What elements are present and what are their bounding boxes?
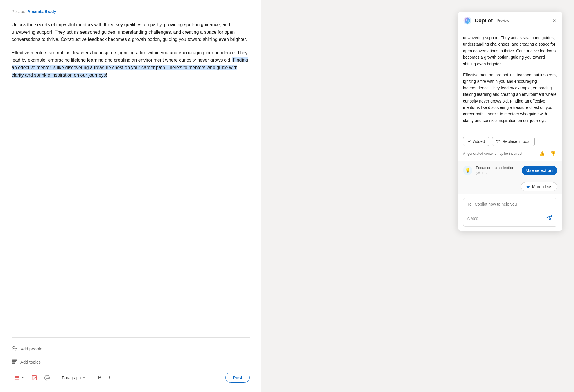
replace-icon <box>496 139 501 143</box>
add-people-row[interactable]: Add people <box>12 342 250 355</box>
sparkle-icon <box>526 184 530 189</box>
focus-shortcut: (⌘ + \). <box>476 171 487 175</box>
svg-rect-7 <box>15 377 19 378</box>
post-paragraph-2-normal: Effective mentors are not just teachers … <box>12 50 247 63</box>
list-icon-btn[interactable] <box>12 373 27 382</box>
copilot-panel: Copilot Preview × unwavering support. Th… <box>458 12 562 231</box>
svg-point-0 <box>13 347 15 349</box>
lightbulb-icon: 💡 <box>463 166 472 175</box>
image-icon <box>31 375 37 381</box>
replace-in-post-button[interactable]: Replace in post <box>492 137 535 146</box>
copilot-header: Copilot Preview × <box>458 12 562 30</box>
svg-point-13 <box>466 19 467 21</box>
svg-rect-4 <box>12 361 16 362</box>
copilot-input-wrapper[interactable]: 0/2000 <box>463 198 557 227</box>
copilot-input[interactable] <box>467 202 553 211</box>
post-paragraph-1[interactable]: Unlock the secrets of impactful mentors … <box>12 21 250 43</box>
svg-point-11 <box>46 377 48 379</box>
copilot-close-button[interactable]: × <box>551 17 557 25</box>
paragraph-chevron-icon <box>82 376 86 380</box>
use-selection-button[interactable]: Use selection <box>522 166 557 175</box>
more-ideas-row: More ideas <box>458 180 562 194</box>
feedback-row: AI-generated content may be incorrect 👍 … <box>458 150 562 161</box>
bold-btn[interactable]: B <box>96 373 104 382</box>
focus-section: 💡 Focus on this selection (⌘ + \). Use s… <box>458 161 562 180</box>
italic-btn[interactable]: I <box>106 373 112 382</box>
copilot-content-p2: Effective mentors are not just teachers … <box>463 72 557 124</box>
copilot-logo-icon <box>463 16 472 25</box>
add-topics-row[interactable]: Add topics <box>12 355 250 368</box>
svg-point-10 <box>33 376 34 377</box>
replace-in-post-label: Replace in post <box>502 139 530 144</box>
copilot-actions-row: Added Replace in post <box>458 133 562 150</box>
thumbs-down-button[interactable]: 👎 <box>549 150 557 157</box>
svg-point-14 <box>468 20 469 22</box>
copilot-input-section: 0/2000 <box>458 194 562 231</box>
svg-rect-8 <box>15 379 19 379</box>
toolbar: Paragraph B I ... Post <box>12 368 250 383</box>
added-label: Added <box>473 139 485 144</box>
mention-icon-btn[interactable] <box>42 373 52 382</box>
paragraph-label: Paragraph <box>62 375 81 380</box>
post-content[interactable]: Unlock the secrets of impactful mentors … <box>12 21 250 333</box>
toolbar-separator-2 <box>92 374 92 381</box>
char-count: 0/2000 <box>467 217 478 221</box>
send-icon <box>546 215 552 221</box>
more-options-btn[interactable]: ... <box>114 373 123 382</box>
paragraph-dropdown-btn[interactable]: Paragraph <box>60 374 88 382</box>
svg-rect-6 <box>15 376 19 377</box>
focus-text: Focus on this selection (⌘ + \). <box>476 165 518 176</box>
copilot-content: unwavering support. They act as seasoned… <box>458 30 562 133</box>
ai-feedback-label: AI-generated content may be incorrect <box>463 152 535 156</box>
at-icon <box>44 375 50 381</box>
copilot-preview-badge: Preview <box>497 19 509 23</box>
added-button[interactable]: Added <box>463 137 489 146</box>
add-topics-label: Add topics <box>20 359 41 364</box>
copilot-content-p1: unwavering support. They act as seasoned… <box>463 35 557 67</box>
svg-rect-3 <box>12 360 17 361</box>
add-people-icon <box>12 346 17 352</box>
post-as-label: Post as: <box>12 9 26 14</box>
add-people-label: Add people <box>20 346 42 351</box>
chevron-down-icon <box>21 376 24 380</box>
more-ideas-button[interactable]: More ideas <box>521 182 557 191</box>
focus-label: Focus on this selection <box>476 166 514 170</box>
editor-panel: Post as: Amanda Brady Unlock the secrets… <box>0 0 261 392</box>
thumbs-up-button[interactable]: 👍 <box>538 150 546 157</box>
checkmark-icon <box>467 139 471 143</box>
post-as-name[interactable]: Amanda Brady <box>27 9 56 14</box>
post-button[interactable]: Post <box>225 373 250 383</box>
toolbar-separator-1 <box>56 374 56 381</box>
post-paragraph-2[interactable]: Effective mentors are not just teachers … <box>12 49 250 79</box>
svg-rect-5 <box>12 363 15 364</box>
copilot-input-footer: 0/2000 <box>467 215 553 223</box>
image-icon-btn[interactable] <box>29 373 40 382</box>
send-button[interactable] <box>546 215 553 223</box>
add-topics-icon <box>12 359 17 365</box>
more-ideas-label: More ideas <box>532 184 552 189</box>
list-icon <box>14 375 20 381</box>
copilot-title: Copilot <box>475 18 493 24</box>
post-footer: Add people Add topics <box>12 337 250 383</box>
post-as-line: Post as: Amanda Brady <box>12 9 250 14</box>
